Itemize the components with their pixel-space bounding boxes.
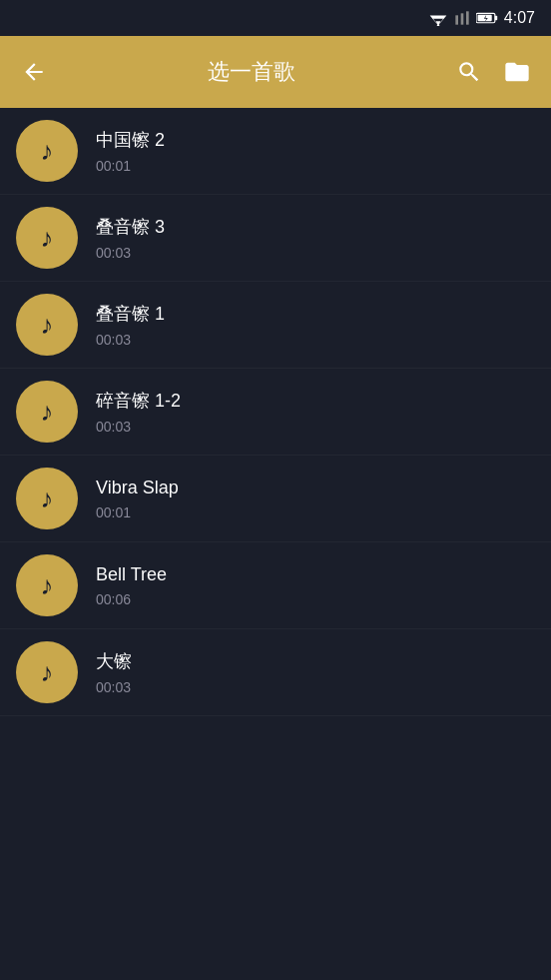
song-title: 大镲 — [96, 649, 132, 673]
song-title: Bell Tree — [96, 564, 167, 585]
song-info: 碎音镲 1-2 00:03 — [96, 389, 181, 435]
svg-rect-4 — [455, 15, 458, 24]
folder-button[interactable] — [499, 54, 535, 90]
song-avatar: ♪ — [16, 554, 78, 616]
song-avatar: ♪ — [16, 207, 78, 269]
music-note-icon: ♪ — [41, 136, 54, 167]
song-duration: 00:06 — [96, 591, 167, 607]
music-note-icon: ♪ — [41, 570, 54, 601]
music-note-icon: ♪ — [41, 657, 54, 688]
song-info: Vibra Slap 00:01 — [96, 478, 179, 520]
song-title: 中国镲 2 — [96, 128, 165, 152]
svg-rect-5 — [461, 13, 464, 24]
list-item[interactable]: ♪ 中国镲 2 00:01 — [0, 108, 551, 195]
song-list: ♪ 中国镲 2 00:01 ♪ 叠音镲 3 00:03 ♪ 叠音镲 1 00:0… — [0, 108, 551, 716]
svg-point-3 — [437, 24, 440, 26]
music-note-icon: ♪ — [41, 223, 54, 254]
svg-rect-6 — [466, 11, 469, 24]
list-item[interactable]: ♪ 碎音镲 1-2 00:03 — [0, 369, 551, 456]
song-title: 叠音镲 1 — [96, 302, 165, 326]
song-duration: 00:03 — [96, 679, 132, 695]
wifi-icon — [428, 10, 448, 26]
status-time: 4:07 — [504, 9, 535, 27]
song-duration: 00:03 — [96, 419, 181, 435]
song-info: Bell Tree 00:06 — [96, 564, 167, 607]
song-avatar: ♪ — [16, 381, 78, 443]
song-duration: 00:03 — [96, 332, 165, 348]
battery-icon — [476, 11, 498, 25]
song-avatar: ♪ — [16, 120, 78, 182]
song-duration: 00:01 — [96, 504, 179, 520]
list-item[interactable]: ♪ Vibra Slap 00:01 — [0, 456, 551, 542]
song-avatar: ♪ — [16, 294, 78, 356]
list-item[interactable]: ♪ 大镲 00:03 — [0, 629, 551, 716]
song-duration: 00:03 — [96, 245, 165, 261]
music-note-icon: ♪ — [41, 310, 54, 341]
status-bar: 4:07 — [0, 0, 551, 36]
status-icons: 4:07 — [428, 9, 535, 27]
song-avatar: ♪ — [16, 641, 78, 703]
song-title: 碎音镲 1-2 — [96, 389, 181, 413]
song-duration: 00:01 — [96, 158, 165, 174]
signal-icon — [454, 10, 470, 26]
list-item[interactable]: ♪ 叠音镲 1 00:03 — [0, 282, 551, 369]
svg-rect-8 — [495, 16, 497, 21]
song-title: Vibra Slap — [96, 478, 179, 498]
music-note-icon: ♪ — [41, 484, 54, 514]
song-avatar: ♪ — [16, 468, 78, 529]
list-item[interactable]: ♪ 叠音镲 3 00:03 — [0, 195, 551, 282]
music-note-icon: ♪ — [41, 397, 54, 428]
song-title: 叠音镲 3 — [96, 215, 165, 239]
search-button[interactable] — [451, 54, 487, 90]
song-info: 叠音镲 3 00:03 — [96, 215, 165, 261]
song-info: 大镲 00:03 — [96, 649, 132, 695]
song-info: 叠音镲 1 00:03 — [96, 302, 165, 348]
list-item[interactable]: ♪ Bell Tree 00:06 — [0, 542, 551, 629]
back-button[interactable] — [16, 54, 52, 90]
song-info: 中国镲 2 00:01 — [96, 128, 165, 174]
app-bar: 选一首歌 — [0, 36, 551, 108]
page-title: 选一首歌 — [64, 57, 439, 87]
